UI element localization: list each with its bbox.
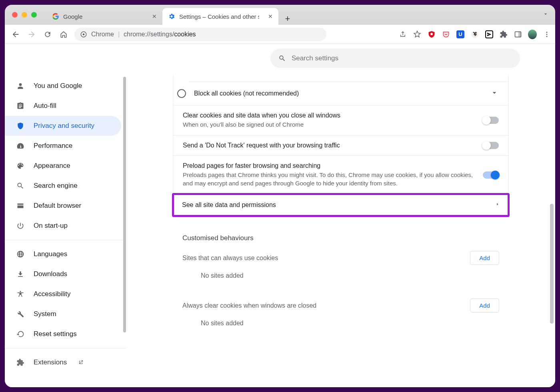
section-customised-behaviours: Customised behaviours	[173, 226, 509, 245]
window-titlebar: Google ✕ Settings – Cookies and other s …	[5, 5, 555, 25]
reload-button[interactable]	[41, 28, 54, 41]
maximize-window-button[interactable]	[31, 12, 37, 18]
extension-pocket-icon[interactable]	[442, 30, 450, 39]
external-link-icon	[78, 360, 84, 365]
svg-point-4	[474, 33, 474, 34]
toolbar: Chrome | chrome://settings/cookies U	[5, 25, 555, 44]
browser-menu-icon[interactable]	[542, 30, 551, 39]
extension-privacy-badger-icon[interactable]	[470, 30, 479, 39]
option-do-not-track: Send a 'Do Not Track' request with your …	[173, 135, 508, 155]
toggle-dnt[interactable]	[483, 142, 499, 149]
option-block-all-cookies[interactable]: Block all cookies (not recommended)	[189, 82, 508, 105]
search-icon	[278, 54, 286, 62]
svg-point-5	[475, 33, 476, 34]
shield-icon	[16, 121, 25, 130]
side-panel-icon[interactable]	[514, 30, 522, 39]
toggle-clear-on-close[interactable]	[483, 117, 499, 124]
sidebar-scrollbar[interactable]	[123, 77, 126, 332]
settings-sidebar: You and Google Auto-fill Privacy and sec…	[5, 44, 126, 387]
content-scrollbar[interactable]	[550, 204, 554, 324]
svg-point-8	[546, 32, 548, 33]
back-button[interactable]	[9, 28, 22, 41]
sidebar-item-extensions[interactable]: Extensions	[5, 352, 121, 372]
sidebar-item-accessibility[interactable]: Accessibility	[5, 284, 121, 304]
search-input[interactable]	[292, 54, 512, 62]
url-chip: Chrome	[91, 31, 114, 38]
option-clear-on-close: Clear cookies and site data when you clo…	[173, 105, 508, 135]
accessibility-icon	[16, 290, 25, 298]
bookmark-star-icon[interactable]	[413, 30, 422, 39]
toggle-preload[interactable]	[483, 171, 499, 179]
sidebar-item-appearance[interactable]: Appearance	[5, 156, 121, 176]
speedometer-icon	[16, 141, 25, 150]
tab-title: Google	[63, 13, 82, 20]
sidebar-item-autofill[interactable]: Auto-fill	[5, 96, 121, 116]
sidebar-item-privacy[interactable]: Privacy and security	[5, 116, 121, 136]
sidebar-item-performance[interactable]: Performance	[5, 136, 121, 156]
sidebar-item-search-engine[interactable]: Search engine	[5, 176, 121, 196]
sidebar-item-you-and-google[interactable]: You and Google	[5, 76, 121, 96]
palette-icon	[16, 161, 25, 170]
google-favicon-icon	[52, 13, 59, 20]
power-icon	[16, 221, 25, 230]
close-window-button[interactable]	[12, 12, 18, 18]
address-bar[interactable]: Chrome | chrome://settings/cookies	[74, 28, 326, 41]
puzzle-icon	[16, 358, 25, 367]
forward-button[interactable]	[25, 28, 38, 41]
close-tab-icon[interactable]: ✕	[152, 13, 157, 20]
restore-icon	[16, 330, 25, 338]
highlight-box: See all site data and permissions	[172, 193, 510, 217]
minimize-window-button[interactable]	[22, 12, 27, 18]
browser-icon	[16, 201, 25, 210]
tab-settings[interactable]: Settings – Cookies and other s ✕	[162, 8, 278, 25]
add-button[interactable]: Add	[470, 251, 499, 265]
share-icon[interactable]	[398, 30, 407, 39]
extension-bitwarden-icon[interactable]: U	[456, 30, 465, 39]
profile-avatar[interactable]	[528, 30, 537, 39]
extensions-menu-icon[interactable]	[499, 30, 508, 39]
svg-point-9	[546, 34, 548, 35]
tab-title: Settings – Cookies and other s	[179, 13, 259, 20]
svg-point-1	[83, 33, 85, 35]
chevron-down-icon[interactable]	[490, 88, 499, 99]
sidebar-item-reset[interactable]: Reset settings	[5, 324, 121, 344]
svg-point-2	[430, 33, 433, 35]
chrome-info-icon	[80, 31, 87, 38]
tab-google[interactable]: Google ✕	[46, 8, 162, 25]
sidebar-item-languages[interactable]: Languages	[5, 244, 121, 264]
person-icon	[16, 82, 25, 90]
search-icon	[16, 181, 25, 190]
svg-point-10	[546, 36, 548, 37]
sidebar-item-system[interactable]: System	[5, 304, 121, 324]
globe-icon	[16, 250, 25, 259]
svg-rect-7	[518, 32, 521, 37]
link-see-all-site-data[interactable]: See all site data and permissions	[174, 195, 508, 215]
no-sites-text: No sites added	[182, 265, 499, 287]
sidebar-item-startup[interactable]: On start-up	[5, 216, 121, 236]
extension-send-icon[interactable]	[485, 30, 494, 39]
download-icon	[16, 270, 25, 279]
home-button[interactable]	[57, 28, 70, 41]
group-sites-always-use-cookies: Sites that can always use cookies Add No…	[173, 245, 509, 289]
settings-favicon-icon	[168, 13, 175, 20]
chevron-right-icon	[496, 201, 500, 209]
sidebar-item-default-browser[interactable]: Default browser	[5, 196, 121, 216]
tabs-dropdown-icon[interactable]	[542, 11, 555, 19]
option-preload: Preload pages for faster browsing and se…	[173, 155, 508, 194]
sidebar-item-downloads[interactable]: Downloads	[5, 264, 121, 284]
wrench-icon	[16, 310, 25, 318]
new-tab-button[interactable]: +	[282, 13, 294, 25]
no-sites-text: No sites added	[182, 312, 499, 334]
add-button[interactable]: Add	[470, 298, 499, 312]
clipboard-icon	[16, 101, 25, 110]
extension-ublock-icon[interactable]	[427, 30, 436, 39]
search-settings[interactable]	[270, 49, 520, 68]
radio-unchecked-icon[interactable]	[177, 89, 186, 98]
group-always-clear-cookies: Always clear cookies when windows are cl…	[173, 292, 509, 336]
close-tab-icon[interactable]: ✕	[268, 13, 273, 20]
